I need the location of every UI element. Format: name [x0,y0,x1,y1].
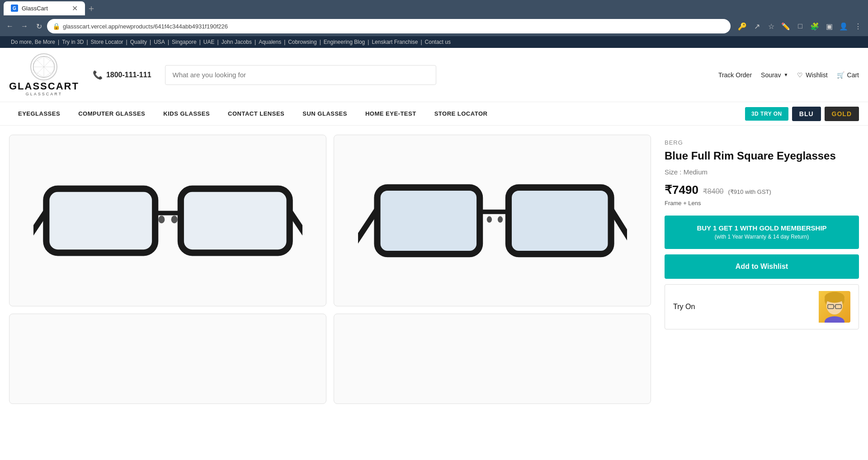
try-on-avatar [819,291,850,323]
try-on-button[interactable]: Try On [665,284,859,329]
nav-eyeglasses[interactable]: EYEGLASSES [9,102,69,125]
user-menu[interactable]: Sourav ▼ [761,71,788,79]
info-link-uae[interactable]: UAE [203,39,215,45]
extensions-icon[interactable]: 🧩 [808,20,821,33]
svg-rect-13 [377,187,480,253]
phone-number: 1800-111-111 [106,71,151,79]
logo-text: GLASSCART [9,81,79,91]
svg-rect-7 [180,188,289,253]
tab-favicon: G [11,5,18,12]
svg-point-19 [497,216,502,222]
track-order-link[interactable]: Track Order [718,71,752,79]
info-link-cobrowsing[interactable]: Cobrowsing [288,39,316,45]
user-name: Sourav [761,71,781,79]
svg-rect-6 [46,188,155,253]
product-size: Size : Medium [665,168,859,176]
phone-area: 📞 1800-111-111 [93,70,151,80]
back-button[interactable]: ← [4,20,16,33]
cart-icon: 🛒 [837,71,844,79]
browser-action-icons: 🔑 ↗ ☆ ✏️ □ 🧩 ▣ 👤 ⋮ [736,20,864,33]
svg-point-26 [825,316,844,323]
nav-store-locator[interactable]: STORE LOCATOR [425,102,497,125]
try-on-label: Try On [673,303,695,311]
main-content: BERG Blue Full Rim Square Eyeglasses Siz… [0,126,868,413]
nav-kids-glasses[interactable]: KIDS GLASSES [154,102,219,125]
new-tab-button[interactable]: ＋ [87,2,96,14]
info-link-aqualens[interactable]: Aqualens [259,39,281,45]
btn-gold[interactable]: GOLD [825,107,859,121]
browser-controls: ← → ↻ 🔒 glassscart.vercel.app/newproduct… [0,16,868,36]
track-order-label: Track Order [718,71,752,79]
btn-3d-try-on[interactable]: 3D TRY ON [745,107,788,121]
logo[interactable]: GLASSCART GLASSCART [9,53,79,96]
btn-blu[interactable]: BLU [792,107,821,121]
product-image-front [9,135,326,306]
svg-point-22 [825,292,844,303]
refresh-button[interactable]: ↻ [33,20,45,33]
browser-chrome: G GlassCart ✕ ＋ ← → ↻ 🔒 glassscart.verce… [0,0,868,36]
product-brand: BERG [665,139,859,146]
lock-icon: 🔒 [52,23,60,30]
info-link-lenskart[interactable]: Lenskart Franchise [372,39,418,45]
product-image-alt2 [334,314,651,404]
header-actions: Track Order Sourav ▼ ♡ Wishlist 🛒 Cart [718,71,859,79]
price-current: ₹7490 [665,183,698,197]
info-bar: Do more, Be More| Try in 3D| Store Locat… [0,36,868,48]
glasses-front-view [33,163,302,278]
profile-icon[interactable]: 👤 [837,20,850,33]
info-link-quality[interactable]: Quality [130,39,147,45]
tab-close-button[interactable]: ✕ [72,4,78,13]
sidebar-icon[interactable]: ▣ [823,20,835,33]
cart-link[interactable]: 🛒 Cart [837,71,859,79]
gold-membership-button[interactable]: BUY 1 GET 1 WITH GOLD MEMBERSHIP (with 1… [665,216,859,249]
wishlist-link[interactable]: ♡ Wishlist [797,71,827,79]
forward-button[interactable]: → [18,20,31,33]
nav-computer-glasses[interactable]: COMPUTER GLASSES [69,102,154,125]
address-bar[interactable]: 🔒 glassscart.vercel.app/newproducts/641f… [47,19,731,33]
gold-member-line2: (with 1 Year Warranty & 14 day Return) [673,234,851,241]
price-original: ₹8400 [703,187,724,196]
info-link-johnjacobs[interactable]: John Jacobs [222,39,252,45]
info-link-store[interactable]: Store Locator [91,39,123,45]
nav-right-buttons: 3D TRY ON BLU GOLD [745,107,859,121]
screenshot-icon[interactable]: □ [794,20,807,33]
logo-icon [30,53,57,80]
edit-icon[interactable]: ✏️ [779,20,792,33]
gold-member-line1: BUY 1 GET 1 WITH GOLD MEMBERSHIP [697,224,826,232]
tab-bar: G GlassCart ✕ ＋ [0,0,868,16]
nav-contact-lenses[interactable]: CONTACT LENSES [219,102,293,125]
product-image-grid [9,135,651,404]
info-link-singapore[interactable]: Singapore [172,39,197,45]
svg-point-12 [171,216,177,223]
add-to-wishlist-button[interactable]: Add to Wishlist [665,254,859,279]
heart-icon: ♡ [797,71,803,79]
phone-icon: 📞 [93,70,103,80]
active-tab[interactable]: G GlassCart ✕ [4,1,85,15]
star-icon[interactable]: ☆ [765,20,778,33]
product-info-panel: BERG Blue Full Rim Square Eyeglasses Siz… [660,135,859,404]
info-link-contact[interactable]: Contact us [425,39,451,45]
info-link-try3d[interactable]: Try in 3D [62,39,84,45]
price-gst: (₹910 with GST) [728,188,771,195]
price-type: Frame + Lens [665,200,859,207]
url-text: glassscart.vercel.app/newproducts/641f4c… [63,23,228,30]
product-image-alt1 [9,314,326,404]
product-image-side [334,135,651,306]
cart-label: Cart [847,71,859,79]
main-nav: EYEGLASSES COMPUTER GLASSES KIDS GLASSES… [0,102,868,126]
key-icon[interactable]: 🔑 [736,20,749,33]
info-link-engineering[interactable]: Engineering Blog [324,39,365,45]
user-dropdown-arrow: ▼ [783,72,788,77]
menu-icon[interactable]: ⋮ [852,20,864,33]
info-link-usa[interactable]: USA [154,39,165,45]
logo-subtext: GLASSCART [26,92,62,96]
nav-home-eye-test[interactable]: HOME EYE-TEST [356,102,425,125]
info-link-do-more[interactable]: Do more, Be More [11,39,55,45]
share-icon[interactable]: ↗ [750,20,763,33]
svg-point-18 [486,216,491,222]
product-name: Blue Full Rim Square Eyeglasses [665,150,859,163]
search-input[interactable] [165,65,436,85]
tab-title: GlassCart [22,5,48,12]
nav-sun-glasses[interactable]: SUN GLASSES [293,102,356,125]
svg-rect-14 [508,187,611,253]
